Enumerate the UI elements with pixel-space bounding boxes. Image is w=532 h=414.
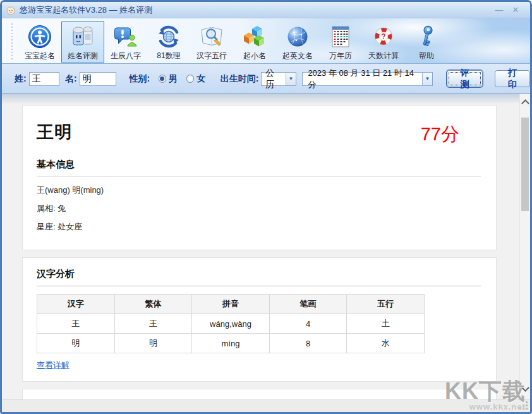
- scroll-up-icon[interactable]: [521, 99, 529, 107]
- app-baby-icon: [6, 5, 16, 15]
- svg-text:?: ?: [381, 32, 385, 41]
- print-button[interactable]: 打印: [495, 70, 530, 87]
- toolbar-item-label: 起小名: [243, 51, 266, 61]
- cell: 明: [114, 334, 192, 353]
- section-title-basic-info: 基本信息: [37, 159, 481, 171]
- scroll-down-icon[interactable]: [521, 384, 529, 392]
- minimize-button[interactable]: —: [491, 4, 507, 16]
- view-detail-link[interactable]: 查看详解: [37, 360, 70, 371]
- col-header-pinyin: 拼音: [192, 295, 270, 314]
- cell: 8: [269, 334, 347, 353]
- toolbar-item-baby-naming[interactable]: 宝宝起名: [18, 21, 61, 63]
- calendar-icon: [327, 23, 354, 50]
- surname-input[interactable]: [29, 72, 59, 86]
- name-test-icon: [70, 23, 96, 50]
- toolbar-item-label: 姓名评测: [68, 51, 98, 61]
- cubes-icon: [241, 23, 268, 50]
- close-button[interactable]: ✕: [507, 4, 524, 16]
- cell: 土: [347, 314, 425, 334]
- result-content-area: 王明 77分 基本信息 王(wang) 明(ming) 属相: 兔 星座: 处女…: [2, 94, 530, 399]
- vertical-scrollbar[interactable]: [519, 94, 530, 399]
- cell: 4: [269, 314, 347, 334]
- col-header-wuxing: 五行: [347, 295, 425, 314]
- toolbar-item-days-calc[interactable]: ? 天数计算: [362, 21, 405, 63]
- cell: 明: [37, 334, 115, 353]
- toolbar-item-label: 天数计算: [368, 51, 399, 61]
- table-row: 明 明 míng 8 水: [37, 334, 425, 353]
- table-row: 王 王 wáng,wàng 4 土: [37, 314, 425, 334]
- toolbar-item-help[interactable]: 帮助: [405, 21, 448, 63]
- gender-female-label: 女: [196, 73, 205, 85]
- cell: 王: [37, 314, 115, 334]
- gender-male-radio[interactable]: [159, 75, 166, 83]
- window-title: 悠游宝宝起名软件V3.28 — 姓名评测: [20, 4, 491, 16]
- toolbar-item-label: 宝宝起名: [25, 51, 55, 61]
- bazi-chat-icon: [112, 23, 139, 50]
- toolbar-item-hanzi-wuxing[interactable]: 汉字五行: [190, 21, 233, 63]
- zodiac-line: 属相: 兔: [37, 203, 481, 214]
- baby-naming-icon: [27, 23, 53, 50]
- key-icon: [413, 23, 440, 50]
- name-pinyin-line: 王(wang) 明(ming): [37, 185, 481, 196]
- birth-datetime-value: 2023 年 08 月 31 日 21 时 14 分: [303, 68, 422, 90]
- cell: 王: [114, 314, 192, 334]
- hanzi-book-icon: [198, 23, 225, 50]
- toolbar-grip: [11, 23, 13, 60]
- basic-info-card: 王明 77分 基本信息 王(wang) 明(ming) 属相: 兔 星座: 处女…: [22, 105, 497, 250]
- birth-time-label: 出生时间:: [221, 73, 259, 85]
- cell: wáng,wàng: [192, 314, 270, 334]
- hanzi-table: 汉字 繁体 拼音 笔画 五行 王 王 wáng,wàng 4: [37, 294, 425, 353]
- chevron-down-icon[interactable]: ▼: [422, 73, 432, 85]
- evaluate-button[interactable]: 评测: [447, 70, 482, 87]
- form-bar: 姓: 名: 性别: 男 女 出生时间: 公历 ▼ 2023 年 08 月 31 …: [2, 64, 530, 94]
- toolbar-item-label: 万年历: [329, 51, 352, 61]
- app-window: 悠游宝宝起名软件V3.28 — 姓名评测 — ✕ 宝宝起名 姓名评测 生辰八字: [0, 0, 532, 414]
- result-score: 77分: [421, 122, 459, 147]
- cell: míng: [192, 334, 270, 353]
- constellation-line: 星座: 处女座: [37, 221, 481, 233]
- toolbar-item-label: 81数理: [157, 51, 180, 61]
- cell: 水: [347, 334, 425, 353]
- gender-female-radio[interactable]: [186, 75, 194, 83]
- toolbar-item-calendar[interactable]: 万年历: [319, 21, 362, 63]
- gender-label: 性别:: [129, 73, 150, 85]
- toolbar-item-label: 汉字五行: [196, 51, 227, 61]
- chevron-down-icon[interactable]: ▼: [286, 73, 296, 85]
- resize-grip[interactable]: [526, 408, 528, 410]
- toolbar-item-label: 生辰八字: [111, 51, 141, 61]
- table-header-row: 汉字 繁体 拼音 笔画 五行: [37, 295, 425, 314]
- status-bar: [2, 399, 530, 412]
- hanzi-analysis-card: 汉字分析 汉字 繁体 拼音 笔画 五行 王: [22, 257, 497, 382]
- toolbar-item-label: 起英文名: [282, 51, 313, 61]
- birth-datetime-picker[interactable]: 2023 年 08 月 31 日 21 时 14 分 ▼: [302, 72, 433, 86]
- toolbar-item-81-numerology[interactable]: 81数理: [147, 21, 190, 63]
- toolbar-item-name-test[interactable]: 姓名评测: [61, 21, 104, 63]
- globe-icon: [284, 23, 311, 50]
- col-header-traditional: 繁体: [114, 295, 192, 314]
- bazi-card: 生辰八字 出生日期： 2023年8月31日: [22, 389, 497, 399]
- calendar-type-value: 公历: [262, 68, 286, 90]
- col-header-hanzi: 汉字: [37, 295, 115, 314]
- calendar-type-select[interactable]: 公历 ▼: [261, 72, 296, 86]
- toolbar-item-label: 帮助: [419, 51, 434, 61]
- result-name: 王明: [37, 121, 481, 143]
- section-title-hanzi-analysis: 汉字分析: [37, 268, 481, 280]
- scrollbar-thumb[interactable]: [521, 118, 529, 211]
- surname-label: 姓:: [15, 73, 27, 85]
- toolbar-item-nickname[interactable]: 起小名: [233, 21, 276, 63]
- numerology-sync-icon: [155, 23, 182, 50]
- given-name-label: 名:: [65, 73, 77, 85]
- gender-male-label: 男: [169, 73, 178, 85]
- toolbar-item-english-name[interactable]: 起英文名: [276, 21, 319, 63]
- lifebuoy-icon: ?: [370, 23, 397, 50]
- title-bar: 悠游宝宝起名软件V3.28 — 姓名评测 — ✕: [2, 2, 530, 18]
- col-header-strokes: 笔画: [269, 295, 347, 314]
- toolbar: 宝宝起名 姓名评测 生辰八字 81数理 汉字五行: [2, 18, 530, 64]
- toolbar-item-bazi[interactable]: 生辰八字: [104, 21, 147, 63]
- given-name-input[interactable]: [80, 72, 116, 86]
